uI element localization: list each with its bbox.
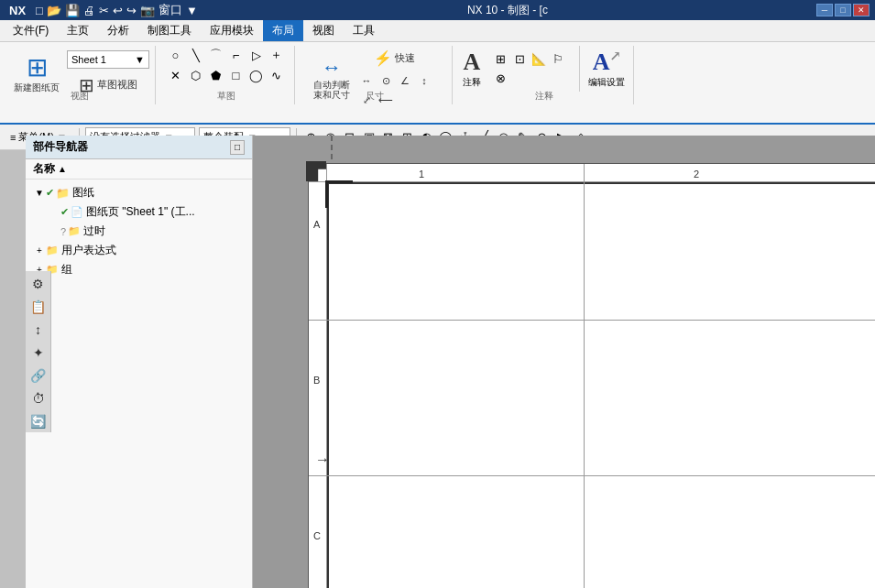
symbol-btn4[interactable]: ⚐ <box>549 50 567 69</box>
new-drawing-page-button[interactable]: ⊞ 新建图纸页 <box>9 52 64 96</box>
auto-dim-label: 自动判断束和尺寸 <box>313 80 350 100</box>
nav-controls: □ <box>230 140 245 155</box>
edit-settings-button[interactable]: A↗ 编辑设置 <box>585 46 628 92</box>
camera-icon[interactable]: 📷 <box>139 4 156 17</box>
fillet-tool[interactable]: ⌐ <box>227 46 246 64</box>
left-sidebar: ⚙ 📋 ↕ ✦ 🔗 ⏱ 🔄 <box>26 271 51 432</box>
rect-tool[interactable]: □ <box>227 66 246 84</box>
menu-drawing-tools[interactable]: 制图工具 <box>138 20 201 41</box>
dimension-group-label: 尺寸 <box>366 90 384 103</box>
annotation-button[interactable]: A 注释 <box>460 46 484 92</box>
edit-settings-icon: A↗ <box>593 49 621 76</box>
sketch-group-label: 草图 <box>217 90 235 103</box>
tree-header: 名称 ▲ <box>26 159 252 180</box>
spline-tool[interactable]: ∿ <box>268 66 286 84</box>
tree-row-expired[interactable]: ? 📁 过时 <box>29 222 248 241</box>
auto-dim-icon: ↔ <box>322 56 342 80</box>
sidebar-time-icon[interactable]: ⏱ <box>27 387 49 409</box>
tree-row-sheet1[interactable]: ✔ 📄 图纸页 "Sheet 1" (工... <box>29 202 248 222</box>
drawings-label: 图纸 <box>72 185 94 201</box>
nav-maximize-button[interactable]: □ <box>230 140 245 155</box>
drawing-sheet: 1 2 A B C <box>308 163 875 588</box>
arc-tool[interactable]: ⌒ <box>207 46 225 64</box>
open-icon[interactable]: 📂 <box>46 4 62 17</box>
title-bar: NX □ 📂 💾 🖨 ✂ ↩ ↪ 📷 窗口 ▼ NX 10 - 制图 - [c … <box>0 0 875 20</box>
minimize-button[interactable]: ─ <box>816 4 833 16</box>
navigator-header: 部件导航器 □ <box>26 136 252 159</box>
sidebar-assembly-icon[interactable]: 📋 <box>27 296 49 318</box>
menu-analysis[interactable]: 分析 <box>98 20 138 41</box>
quick-dim-button[interactable]: ⚡ 快速 <box>357 46 431 70</box>
menu-file[interactable]: 文件(F) <box>4 20 58 41</box>
tree-row-drawings[interactable]: ▼ ✔ 📁 图纸 <box>29 183 248 202</box>
hexagon-tool[interactable]: ⬡ <box>187 66 205 84</box>
symbol-btn2[interactable]: ⊡ <box>510 50 529 69</box>
sidebar-constraint-icon[interactable]: ✦ <box>27 342 49 364</box>
row-label-b: B <box>313 375 320 386</box>
quick-dim-icon: ⚡ <box>374 49 392 67</box>
sort-icon: ▲ <box>58 164 67 174</box>
sidebar-nav-icon[interactable]: ↕ <box>27 319 49 341</box>
window-buttons[interactable]: ─ □ ✕ <box>816 4 870 16</box>
arrow-icon[interactable]: ▼ <box>185 4 199 17</box>
tree-row-group[interactable]: + 📁 组 <box>29 260 248 279</box>
close-button[interactable]: ✕ <box>853 4 870 16</box>
title-left: NX □ 📂 💾 🖨 ✂ ↩ ↪ 📷 窗口 ▼ <box>5 2 199 18</box>
circle-tool[interactable]: ○ <box>167 46 185 64</box>
sheet-name: Sheet 1 <box>71 54 106 65</box>
plus-tool[interactable]: ＋ <box>268 46 286 64</box>
cut-icon[interactable]: ✂ <box>98 4 110 17</box>
menu-layout[interactable]: 布局 <box>263 20 303 41</box>
auto-dimension-button[interactable]: ↔ 自动判断束和尺寸 <box>309 53 355 103</box>
dim-more1[interactable]: ↕ <box>415 71 433 90</box>
polygon-tool[interactable]: ⬟ <box>207 66 225 84</box>
grid-line-v2 <box>584 164 585 588</box>
sidebar-link-icon[interactable]: 🔗 <box>27 365 49 387</box>
check-sheet1: ✔ <box>60 206 69 218</box>
annotation-label: 注释 <box>463 76 481 89</box>
maximize-button[interactable]: □ <box>835 4 851 16</box>
app-logo: NX <box>5 4 29 17</box>
group-label: 组 <box>61 262 72 278</box>
ribbon: ⊞ 新建图纸页 Sheet 1 ▼ ⊞ 草图视图 视图 <box>0 42 875 125</box>
symbol-btn5[interactable]: ⊗ <box>491 70 509 88</box>
print-icon[interactable]: 🖨 <box>82 4 96 17</box>
dim-angular[interactable]: ∠ <box>396 71 414 90</box>
ribbon-group-annotation: A 注释 ⊞ ⊡ 📐 ⚐ ⊗ A↗ <box>454 46 634 104</box>
drawings-folder-icon: 📁 <box>56 187 70 200</box>
menu-app-modules[interactable]: 应用模块 <box>201 20 263 41</box>
cross-tool[interactable]: ✕ <box>167 66 185 84</box>
menu-icon: ≡ <box>10 132 16 143</box>
ribbon-group-dimension: ↔ 自动判断束和尺寸 ⚡ 快速 ↔ ⊙ ∠ ↕ ⤢ ⟵ <box>297 46 453 104</box>
window-icon[interactable]: 窗口 <box>158 2 183 18</box>
line-tool[interactable]: ╲ <box>187 46 205 64</box>
userexpr-label: 用户表达式 <box>61 243 116 258</box>
arrow-cursor-indicator: → <box>315 452 330 468</box>
sheet1-icon: 📄 <box>71 206 83 218</box>
menu-tools[interactable]: 工具 <box>344 20 384 41</box>
dim-linear[interactable]: ↔ <box>357 71 376 90</box>
menu-bar: 文件(F) 主页 分析 制图工具 应用模块 布局 视图 工具 <box>0 20 875 42</box>
new-icon[interactable]: □ <box>35 4 44 17</box>
sheet-border <box>327 182 875 588</box>
row-label-c: C <box>313 530 321 541</box>
menu-view[interactable]: 视图 <box>303 20 344 41</box>
canvas-area[interactable]: 1 2 A B C → <box>253 136 875 588</box>
more-shapes-tool[interactable]: ▷ <box>247 46 266 64</box>
ellipse-tool[interactable]: ◯ <box>247 66 266 84</box>
save-icon[interactable]: 💾 <box>64 4 81 17</box>
sidebar-settings-icon[interactable]: ⚙ <box>27 273 49 295</box>
symbol-btn3[interactable]: 📐 <box>530 50 548 69</box>
sidebar-cycle-icon[interactable]: 🔄 <box>27 410 49 432</box>
menu-home[interactable]: 主页 <box>58 20 98 41</box>
sheet-dropdown[interactable]: Sheet 1 ▼ <box>67 50 149 69</box>
grid-line-v1 <box>326 164 327 588</box>
tree-row-userexpr[interactable]: + 📁 用户表达式 <box>29 241 248 260</box>
undo-icon[interactable]: ↩ <box>112 4 124 17</box>
view-group-label: 视图 <box>71 90 89 103</box>
redo-icon[interactable]: ↪ <box>126 4 137 17</box>
q-expired: ? <box>60 226 66 237</box>
app-title: NX 10 - 制图 - [c <box>467 3 548 18</box>
dim-radial[interactable]: ⊙ <box>377 71 395 90</box>
symbol-btn1[interactable]: ⊞ <box>491 50 509 69</box>
